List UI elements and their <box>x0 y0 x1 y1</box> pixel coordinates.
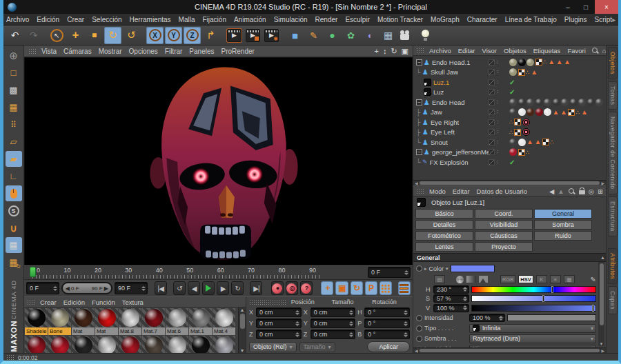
tab-general[interactable]: General <box>534 209 592 219</box>
material-item[interactable]: Shadele <box>25 308 48 335</box>
phong-tag-icon[interactable]: ∴ <box>550 139 554 145</box>
rotate-view-icon[interactable]: ↻ <box>391 47 397 56</box>
material-item[interactable] <box>95 336 118 353</box>
spectrum-icon[interactable] <box>466 276 476 283</box>
materials-menu-edici-n[interactable]: Edición <box>63 299 85 306</box>
material-item[interactable]: Mat.7 <box>142 308 165 335</box>
material-tag-icon[interactable] <box>561 99 569 106</box>
material-tag-icon[interactable] <box>544 108 551 116</box>
selection-tag-icon[interactable]: ▲ <box>526 139 533 145</box>
materials-menu-funci-n[interactable]: Función <box>92 299 115 306</box>
menu-item-mograph[interactable]: MoGraph <box>431 16 460 23</box>
materials-scrollbar[interactable]: ▲ ▼ <box>238 307 246 353</box>
materials-menu-crear[interactable]: Crear <box>40 299 57 306</box>
anim-dot-intensity[interactable] <box>416 315 422 321</box>
eye-material-tag-icon[interactable] <box>522 128 530 136</box>
object-label[interactable]: george_jeffersonMesh <box>432 148 489 156</box>
h-value-field[interactable]: 230 ° <box>433 285 469 294</box>
material-tag-icon[interactable] <box>509 99 517 106</box>
points-mode-icon[interactable]: ⠿ <box>6 117 22 132</box>
selection-tag-icon[interactable]: ▲ <box>560 109 567 116</box>
texture-tag-icon[interactable] <box>514 119 521 125</box>
close-button[interactable]: × <box>595 0 618 14</box>
material-tag-icon[interactable] <box>518 59 526 66</box>
tab-fotom-trico[interactable]: Fotométrico <box>415 231 473 241</box>
materials-menu-textura[interactable]: Textura <box>122 299 144 306</box>
toggle-panel-icon[interactable]: ▣ <box>402 47 408 56</box>
menu-item-archivo[interactable]: Archivo <box>6 16 29 23</box>
search-icon[interactable] <box>591 47 599 54</box>
next-frame-button[interactable]: ▶ <box>217 281 229 295</box>
phong-tag-icon[interactable]: ∴ <box>576 109 580 116</box>
current-frame-field[interactable]: 0 F <box>26 282 59 294</box>
material-tag-icon[interactable] <box>587 99 595 106</box>
scroll-left-icon[interactable]: ◀ <box>415 348 418 353</box>
object-row-eye-left[interactable]: ├♟Eye Left∶∴ <box>413 128 606 138</box>
search-icon[interactable] <box>568 188 575 195</box>
visibility-dots-icon[interactable]: ∶ <box>497 139 498 145</box>
tab-visibilidad[interactable]: Visibilidad <box>475 220 533 230</box>
planar-workplane-icon[interactable]: ▦↻ <box>6 254 22 270</box>
size-x-field[interactable]: 0 cm <box>310 307 356 317</box>
object-row-george-jeffersonmesh[interactable]: −♟george_jeffersonMesh∶∴ <box>413 148 606 158</box>
material-tag-icon[interactable] <box>570 99 578 106</box>
lock-x-icon[interactable]: X <box>146 27 164 44</box>
lock-z-icon[interactable]: Z <box>184 27 201 44</box>
scroll-down-icon[interactable]: ▼ <box>240 348 245 353</box>
visibility-dots-icon[interactable]: ∶ <box>497 79 498 85</box>
material-item[interactable] <box>72 336 95 353</box>
render-view-icon[interactable]: ▶ <box>226 27 243 44</box>
rotation-p-field[interactable]: 0 ° <box>364 318 410 328</box>
timeline-frame-field[interactable]: 0 F <box>368 267 411 278</box>
light-icon[interactable] <box>417 27 434 44</box>
object-row-eye-right[interactable]: ├♟Eye Right∶∴ <box>413 117 606 128</box>
visibility-dots-icon[interactable]: ∶ <box>497 89 498 95</box>
selection-tag-icon[interactable]: ▲ <box>553 109 560 116</box>
material-tag-icon[interactable] <box>526 108 534 116</box>
menu-item-script[interactable]: Script <box>595 16 613 23</box>
pan-view-icon[interactable]: + <box>374 47 378 56</box>
undo-icon[interactable]: ↶ <box>6 27 23 44</box>
material-item[interactable]: Mat.8 <box>119 308 141 335</box>
key-position-button[interactable]: + <box>321 281 333 295</box>
live-selection-icon[interactable]: ↖ <box>48 27 66 44</box>
object-label[interactable]: Endo Head <box>432 99 465 106</box>
material-item[interactable] <box>189 336 212 353</box>
mode-rgb[interactable]: RGB <box>500 275 515 283</box>
panel-tab-objetos[interactable]: Objetos <box>608 47 618 79</box>
lock-icon[interactable] <box>579 188 585 194</box>
expander-icon[interactable]: − <box>416 59 422 65</box>
intensity-field[interactable]: 100 % <box>469 314 505 322</box>
material-item[interactable]: Mat <box>95 308 118 335</box>
layer-square-icon[interactable] <box>489 159 495 165</box>
expander-icon[interactable]: − <box>416 149 422 155</box>
viewport-menu-vista[interactable]: Vista <box>41 48 57 55</box>
next-key-button[interactable]: ↻ <box>231 281 244 295</box>
spinner-icon[interactable] <box>404 270 408 275</box>
timeline-ruler[interactable]: 0102030405060708090 0 F <box>24 265 413 279</box>
mixer-icon[interactable]: ≡ <box>550 275 561 283</box>
h-slider[interactable] <box>471 286 596 293</box>
attributes-hscrollbar[interactable]: ◀ ▶ <box>413 347 606 353</box>
material-tag-icon[interactable] <box>535 99 543 106</box>
visibility-dots-icon[interactable]: ∶ <box>497 159 498 165</box>
layer-square-icon[interactable] <box>489 69 495 75</box>
visibility-dots-icon[interactable]: ∶ <box>497 149 498 155</box>
scroll-right-icon[interactable]: ▶ <box>601 181 604 185</box>
object-label[interactable]: Skull Jaw <box>431 68 458 76</box>
visibility-dots-icon[interactable]: ∶ <box>497 119 498 125</box>
maximize-button[interactable]: □ <box>577 0 595 14</box>
object-manager-menu-archivo[interactable]: Archivo <box>429 47 451 54</box>
position-x-field[interactable]: 0 cm <box>256 307 302 317</box>
object-row-luz-1[interactable]: Luz.1∶✓ <box>413 77 606 88</box>
swatch-grid-icon[interactable]: ▦ <box>564 275 575 283</box>
compact-swatches-icon[interactable]: ▤ <box>434 275 445 283</box>
menu-item-character[interactable]: Character <box>467 16 497 23</box>
make-editable-icon[interactable]: ⊕ <box>6 48 22 63</box>
shadow-type-dropdown[interactable]: Raytraced (Dura) ▾ <box>469 334 596 343</box>
material-tag-icon[interactable] <box>509 108 517 116</box>
texture-tag-icon[interactable] <box>568 109 575 116</box>
anim-dot-type[interactable] <box>416 325 422 332</box>
general-section-header[interactable]: General ▲ <box>413 253 606 262</box>
panel-grip-icon[interactable] <box>27 299 34 305</box>
